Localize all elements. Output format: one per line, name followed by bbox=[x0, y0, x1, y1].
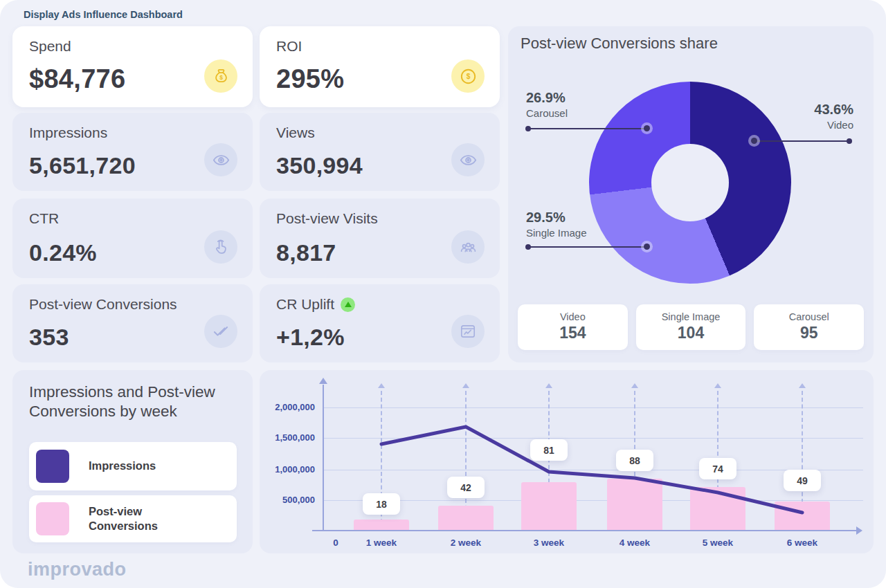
kpi-card-ctr: CTR 0.24% bbox=[12, 199, 253, 278]
leader-dot-ring bbox=[644, 244, 650, 250]
line-chart-window-icon bbox=[451, 315, 485, 348]
kpi-value: $84,776 bbox=[29, 64, 125, 94]
money-bag-icon: $ bbox=[204, 59, 237, 93]
donut-label-carousel: 26.9% Carousel bbox=[526, 91, 568, 119]
dashboard-root: Display Ads Influence Dashboard Spend $8… bbox=[0, 0, 886, 588]
up-triangle-icon bbox=[341, 297, 355, 312]
legend-card-video: Video 154 bbox=[518, 304, 628, 350]
conversions-swatch bbox=[36, 502, 69, 535]
bar-value-callout: 74 bbox=[699, 458, 736, 479]
bar-value-callout: 88 bbox=[616, 450, 653, 471]
improvado-logo: improvado bbox=[28, 559, 127, 580]
x-tick: 1 week bbox=[357, 538, 406, 548]
combo-chart-card: 2,000,000 1,500,000 1,000,000 500,000 18… bbox=[260, 370, 874, 553]
legend-item-impressions: Impressions bbox=[29, 442, 237, 490]
eye-icon bbox=[204, 143, 237, 176]
donut-hole bbox=[651, 144, 729, 221]
x-tick: 2 week bbox=[442, 538, 490, 548]
impressions-swatch bbox=[36, 450, 69, 483]
legend-card-single-image: Single Image 104 bbox=[636, 304, 746, 350]
kpi-value: 350,994 bbox=[276, 152, 363, 179]
kpi-label: CTR bbox=[29, 210, 59, 227]
leader-dot bbox=[847, 138, 852, 144]
click-icon bbox=[204, 230, 237, 264]
x-tick: 6 week bbox=[778, 538, 826, 548]
kpi-value: +1,2% bbox=[276, 324, 345, 351]
weekly-chart-title: Impressions and Post-view Conversions by… bbox=[29, 383, 237, 422]
leader-dot-ring bbox=[644, 125, 650, 131]
leader-dot bbox=[525, 126, 531, 131]
kpi-label: Post-view Visits bbox=[276, 210, 378, 227]
impressions-line bbox=[260, 370, 874, 553]
kpi-card-spend: Spend $84,776 $ bbox=[12, 26, 253, 107]
bar-value-callout: 49 bbox=[784, 470, 821, 491]
leader-dot-ring bbox=[751, 138, 757, 144]
kpi-card-views: Views 350,994 bbox=[260, 113, 500, 191]
kpi-label: Impressions bbox=[29, 125, 107, 141]
kpi-card-post-view-conversions: Post-view Conversions 353 bbox=[12, 284, 253, 362]
donut-chart-title: Post-view Conversions share bbox=[521, 35, 718, 53]
legend-card-carousel: Carousel 95 bbox=[754, 304, 864, 350]
eye-icon bbox=[451, 143, 485, 176]
leader-line-carousel bbox=[528, 128, 647, 129]
kpi-label-row: CR Uplift bbox=[276, 296, 355, 313]
leader-line-single-image bbox=[528, 246, 647, 248]
kpi-label: Spend bbox=[29, 38, 71, 55]
x-tick: 5 week bbox=[694, 538, 742, 548]
svg-text:$: $ bbox=[466, 73, 470, 80]
kpi-card-post-view-visits: Post-view Visits 8,817 bbox=[260, 199, 500, 278]
leader-line-video bbox=[754, 140, 849, 142]
kpi-value: 0.24% bbox=[29, 239, 97, 266]
donut-chart-card: Post-view Conversions share 26.9% Carous… bbox=[508, 26, 874, 362]
donut-label-video: 43.6% Video bbox=[814, 102, 853, 131]
kpi-label: Post-view Conversions bbox=[29, 296, 177, 313]
kpi-card-roi: ROI 295% $ bbox=[260, 26, 500, 107]
x-tick: 3 week bbox=[525, 538, 573, 548]
kpi-label: ROI bbox=[276, 38, 302, 55]
legend-item-post-view-conversions: Post-view Conversions bbox=[29, 495, 237, 542]
bar-value-callout: 42 bbox=[447, 477, 485, 498]
svg-text:$: $ bbox=[219, 73, 223, 80]
weekly-legend-card: Impressions and Post-view Conversions by… bbox=[12, 370, 253, 553]
kpi-value: 8,817 bbox=[276, 239, 336, 266]
bar-value-callout: 81 bbox=[530, 439, 568, 461]
leader-dot bbox=[525, 244, 531, 250]
kpi-label: CR Uplift bbox=[276, 296, 334, 313]
donut-legend: Video 154 Single Image 104 Carousel 95 bbox=[518, 304, 864, 350]
dollar-coin-icon: $ bbox=[451, 59, 485, 93]
kpi-value: 353 bbox=[29, 324, 69, 351]
kpi-label: Views bbox=[276, 125, 315, 141]
kpi-value: 5,651,720 bbox=[29, 152, 136, 179]
donut-chart bbox=[589, 82, 791, 284]
kpi-value: 295% bbox=[276, 64, 344, 94]
people-icon bbox=[451, 230, 485, 264]
page-title: Display Ads Influence Dashboard bbox=[24, 9, 183, 20]
double-check-icon bbox=[204, 315, 237, 348]
bar-value-callout: 18 bbox=[363, 493, 400, 515]
donut-label-single-image: 29.5% Single Image bbox=[526, 210, 587, 239]
kpi-card-cr-uplift: CR Uplift +1,2% bbox=[260, 284, 500, 362]
kpi-card-impressions: Impressions 5,651,720 bbox=[12, 113, 253, 191]
x-tick: 4 week bbox=[611, 538, 659, 548]
x-tick: 0 bbox=[311, 538, 360, 548]
